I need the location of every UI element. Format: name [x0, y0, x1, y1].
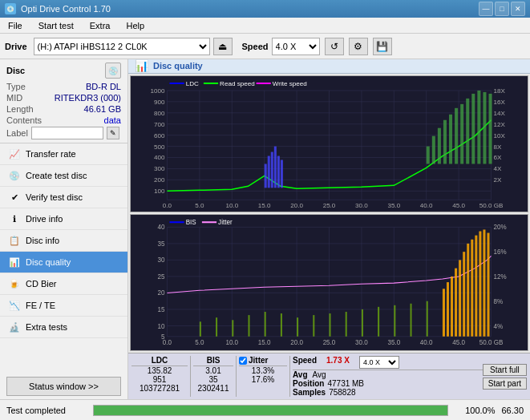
save-button[interactable]: 💾: [373, 38, 392, 55]
nav-verify-test-disc-label: Verify test disc: [26, 192, 83, 202]
svg-rect-135: [232, 320, 233, 337]
disc-quality-icon: 📊: [8, 256, 21, 269]
avg-jitter: 13.3%: [239, 366, 287, 375]
type-label: Type: [6, 82, 26, 91]
nav-disc-quality[interactable]: 📊 Disc quality: [0, 252, 127, 273]
svg-rect-71: [169, 83, 184, 84]
eject-button[interactable]: ⏏: [213, 38, 233, 55]
svg-text:10.0: 10.0: [225, 202, 238, 209]
minimize-button[interactable]: —: [479, 2, 493, 16]
svg-rect-66: [466, 98, 469, 164]
pos-label: Avg: [293, 370, 308, 379]
nav-drive-info[interactable]: ℹ Drive info: [0, 208, 127, 230]
speed-select-stats[interactable]: 4.0 X: [359, 356, 399, 369]
start-full-button[interactable]: Start full: [483, 364, 527, 376]
label-set-button[interactable]: ✎: [107, 127, 119, 139]
svg-rect-131: [483, 229, 485, 336]
svg-text:50.0 GB: 50.0 GB: [479, 202, 504, 209]
svg-text:30: 30: [157, 256, 164, 264]
menu-extra[interactable]: Extra: [85, 20, 115, 31]
speed-label: Speed: [242, 42, 269, 51]
action-buttons: Start full Start part: [483, 356, 527, 397]
svg-text:Read speed: Read speed: [220, 80, 255, 87]
label-input[interactable]: [31, 127, 103, 139]
speed-select[interactable]: 4.0 X: [272, 38, 320, 55]
svg-text:20.0: 20.0: [290, 339, 303, 346]
main-area: Disc 💿 Type BD-R DL MID RITEKDR3 (000) L…: [0, 59, 530, 399]
nav-transfer-rate-label: Transfer rate: [26, 149, 76, 159]
svg-text:1000: 1000: [150, 87, 165, 95]
svg-text:25: 25: [157, 273, 164, 281]
status-window-button[interactable]: Status window >>: [6, 377, 121, 396]
settings-button[interactable]: ⚙: [349, 38, 368, 55]
svg-text:40: 40: [157, 224, 164, 231]
disc-eject-icon[interactable]: 💿: [105, 63, 121, 79]
nav-create-test-disc[interactable]: 💿 Create test disc: [0, 165, 127, 187]
svg-text:20.0: 20.0: [290, 202, 303, 209]
svg-rect-133: [200, 321, 201, 336]
contents-label: Contents: [6, 115, 42, 125]
menu-start-test[interactable]: Start test: [34, 20, 79, 31]
nav-items: 📈 Transfer rate 💿 Create test disc ✔ Ver…: [0, 143, 127, 374]
length-label: Length: [6, 104, 34, 114]
svg-rect-123: [451, 277, 453, 337]
start-part-button[interactable]: Start part: [483, 378, 527, 390]
disc-info-icon: 📋: [8, 234, 21, 247]
svg-text:Write speed: Write speed: [273, 80, 307, 87]
nav-disc-info[interactable]: 📋 Disc info: [0, 230, 127, 252]
nav-extra-tests[interactable]: 🔬 Extra tests: [0, 317, 127, 338]
svg-rect-64: [455, 107, 458, 164]
svg-text:15: 15: [157, 306, 164, 313]
svg-rect-130: [479, 231, 481, 336]
nav-transfer-rate[interactable]: 📈 Transfer rate: [0, 143, 127, 165]
svg-text:BIS: BIS: [186, 219, 197, 226]
status-right-value: 66.30: [501, 406, 524, 415]
svg-text:8X: 8X: [494, 143, 503, 150]
svg-text:45.0: 45.0: [452, 339, 465, 346]
svg-rect-124: [455, 268, 457, 336]
svg-rect-60: [432, 135, 435, 164]
nav-fe-te-label: FE / TE: [26, 301, 55, 310]
ldc-stats: LDC 135.82 951 103727281: [131, 356, 188, 397]
bis-header: BIS: [193, 356, 233, 366]
disc-title: Disc: [6, 66, 25, 75]
svg-text:15.0: 15.0: [258, 202, 271, 209]
max-bis: 35: [193, 375, 233, 384]
mid-value: RITEKDR3 (000): [55, 93, 121, 103]
svg-text:100: 100: [154, 188, 165, 195]
svg-rect-69: [483, 92, 486, 164]
refresh-button[interactable]: ↺: [325, 38, 344, 55]
jitter-checkbox[interactable]: [239, 357, 247, 365]
svg-text:10.0: 10.0: [225, 339, 238, 346]
menu-help[interactable]: Help: [121, 20, 149, 31]
svg-text:14X: 14X: [494, 109, 506, 116]
bis-stats: BIS 3.01 35 2302411: [193, 356, 233, 397]
drive-select[interactable]: (H:) ATAPI iHBS112 2 CL0K: [34, 38, 210, 55]
contents-value: data: [104, 115, 121, 125]
maximize-button[interactable]: □: [495, 2, 509, 16]
svg-rect-55: [271, 151, 273, 188]
max-ldc: 951: [131, 375, 188, 384]
status-bar: Test completed 100.0% 66.30: [0, 399, 530, 420]
length-value: 46.61 GB: [84, 104, 121, 114]
close-button[interactable]: ✕: [511, 2, 525, 16]
svg-rect-136: [248, 315, 249, 337]
menu-file[interactable]: File: [3, 20, 27, 31]
svg-rect-147: [427, 301, 428, 336]
svg-text:10X: 10X: [494, 131, 506, 139]
svg-rect-122: [447, 282, 449, 337]
svg-text:40.0: 40.0: [420, 339, 433, 346]
content-title: Disc quality: [153, 61, 203, 71]
svg-text:4X: 4X: [494, 165, 503, 172]
nav-fe-te[interactable]: 📉 FE / TE: [0, 295, 127, 317]
svg-rect-57: [277, 155, 280, 188]
content-header-icon: 📊: [135, 59, 148, 72]
svg-text:16%: 16%: [494, 248, 507, 256]
nav-cd-bier[interactable]: 🍺 CD Bier: [0, 273, 127, 295]
progress-container: [93, 405, 448, 416]
svg-rect-142: [346, 312, 347, 337]
nav-verify-test-disc[interactable]: ✔ Verify test disc: [0, 187, 127, 208]
avg-bis: 3.01: [193, 366, 233, 375]
create-test-disc-icon: 💿: [8, 169, 21, 182]
svg-text:800: 800: [154, 109, 165, 116]
